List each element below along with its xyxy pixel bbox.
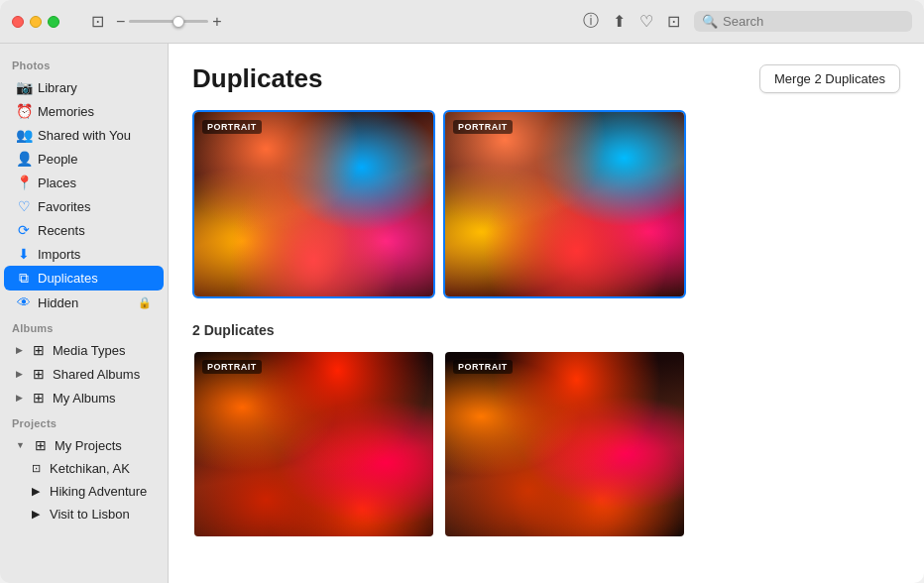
traffic-lights <box>12 16 59 28</box>
content-header: Duplicates Merge 2 Duplicates <box>192 63 900 94</box>
sidebar-item-recents[interactable]: ⟳ Recents <box>4 218 164 242</box>
maximize-button[interactable] <box>48 16 59 28</box>
sidebar-label-media-types: Media Types <box>53 343 125 358</box>
shared-albums-icon: ⊞ <box>31 366 47 382</box>
favorites-icon: ♡ <box>16 198 32 214</box>
sidebar-item-my-projects[interactable]: ▼ ⊞ My Projects <box>4 433 164 457</box>
photo-thumb-3[interactable]: PORTRAIT <box>192 350 435 538</box>
sidebar-item-places[interactable]: 📍 Places <box>4 171 164 194</box>
sidebar-label-hidden: Hidden <box>38 295 78 310</box>
close-button[interactable] <box>12 16 24 28</box>
sidebar-section-albums: Albums <box>0 314 168 338</box>
sidebar-item-ketchikan[interactable]: ⊡ Ketchikan, AK <box>4 457 164 480</box>
chevron-down-icon: ▼ <box>16 440 25 450</box>
toolbar-right: ⓘ ⬆ ♡ ⊡ 🔍 <box>583 11 912 32</box>
search-input[interactable] <box>723 14 904 29</box>
sidebar-item-shared-albums[interactable]: ▶ ⊞ Shared Albums <box>4 362 164 386</box>
sidebar-item-my-albums[interactable]: ▶ ⊞ My Albums <box>4 386 164 409</box>
page-title: Duplicates <box>192 63 323 94</box>
sidebar-label-recents: Recents <box>38 223 85 238</box>
chevron-right-icon-2: ▶ <box>16 369 23 379</box>
photo-image-1 <box>194 112 433 296</box>
sidebar-item-media-types[interactable]: ▶ ⊞ Media Types <box>4 338 164 362</box>
sidebar-label-imports: Imports <box>38 247 80 262</box>
share-icon[interactable]: ⬆ <box>613 12 626 31</box>
photo-thumb-4[interactable]: PORTRAIT <box>443 350 686 538</box>
hiking-icon: ▶ <box>28 485 44 498</box>
sidebar-label-places: Places <box>38 175 76 190</box>
sidebar-section-projects: Projects <box>0 409 168 433</box>
sidebar-label-people: People <box>38 152 77 167</box>
photo-group-1: PORTRAIT PORTRAIT <box>192 110 900 298</box>
sidebar-label-memories: Memories <box>38 104 94 119</box>
imports-icon: ⬇ <box>16 246 32 262</box>
search-bar[interactable]: 🔍 <box>694 11 912 32</box>
slideshow-icon[interactable]: ⊡ <box>91 12 104 31</box>
content-area: Duplicates Merge 2 Duplicates PORTRAIT P… <box>169 44 924 583</box>
photo-thumb-2[interactable]: PORTRAIT <box>443 110 686 298</box>
media-types-icon: ⊞ <box>31 342 47 358</box>
chevron-right-icon-3: ▶ <box>16 393 23 403</box>
shared-with-you-icon: 👥 <box>16 127 32 143</box>
sidebar-label-my-albums: My Albums <box>53 391 116 406</box>
places-icon: 📍 <box>16 175 32 190</box>
sidebar: Photos 📷 Library ⏰ Memories 👥 Shared wit… <box>0 44 169 583</box>
lock-icon: 🔒 <box>138 296 152 309</box>
ketchikan-icon: ⊡ <box>28 462 44 475</box>
photo-group-label: 2 Duplicates <box>192 322 900 338</box>
sidebar-label-my-projects: My Projects <box>55 438 122 453</box>
sidebar-item-hidden[interactable]: 👁 Hidden 🔒 <box>4 291 164 314</box>
sidebar-item-library[interactable]: 📷 Library <box>4 75 164 99</box>
main-layout: Photos 📷 Library ⏰ Memories 👥 Shared wit… <box>0 44 924 583</box>
sidebar-item-imports[interactable]: ⬇ Imports <box>4 242 164 266</box>
photo-group-2: 2 Duplicates PORTRAIT PORTRAIT <box>192 322 900 538</box>
portrait-badge-4: PORTRAIT <box>453 360 513 374</box>
portrait-badge-3: PORTRAIT <box>202 360 262 374</box>
sidebar-section-photos: Photos <box>0 52 168 75</box>
zoom-slider-container: − + <box>116 13 222 31</box>
crop-icon[interactable]: ⊡ <box>667 12 680 31</box>
merge-duplicates-button[interactable]: Merge 2 Duplicates <box>759 64 900 93</box>
duplicates-icon: ⧉ <box>16 270 32 287</box>
favorite-icon[interactable]: ♡ <box>639 12 653 31</box>
photo-row-1: PORTRAIT PORTRAIT <box>192 110 900 298</box>
my-albums-icon: ⊞ <box>31 390 47 406</box>
library-icon: 📷 <box>16 79 32 95</box>
sidebar-label-library: Library <box>38 80 77 95</box>
portrait-badge-1: PORTRAIT <box>202 120 262 134</box>
zoom-slider-thumb[interactable] <box>173 16 184 28</box>
zoom-minus-icon[interactable]: − <box>116 13 125 31</box>
sidebar-item-duplicates[interactable]: ⧉ Duplicates <box>4 266 164 291</box>
sidebar-item-shared-with-you[interactable]: 👥 Shared with You <box>4 123 164 147</box>
photo-thumb-1[interactable]: PORTRAIT <box>192 110 435 298</box>
photo-image-3 <box>194 352 433 536</box>
zoom-plus-icon[interactable]: + <box>212 13 221 31</box>
zoom-slider-track[interactable] <box>129 20 208 23</box>
recents-icon: ⟳ <box>16 222 32 238</box>
photo-image-4 <box>445 352 684 536</box>
title-bar: ⊡ − + ⓘ ⬆ ♡ ⊡ 🔍 <box>0 0 924 44</box>
sidebar-item-hiking-adventure[interactable]: ▶ Hiking Adventure <box>4 480 164 503</box>
sidebar-item-visit-to-lisbon[interactable]: ▶ Visit to Lisbon <box>4 503 164 525</box>
sidebar-label-ketchikan: Ketchikan, AK <box>50 461 130 476</box>
sidebar-label-visit-to-lisbon: Visit to Lisbon <box>50 507 130 522</box>
minimize-button[interactable] <box>30 16 42 28</box>
photo-row-2: PORTRAIT PORTRAIT <box>192 350 900 538</box>
sidebar-item-favorites[interactable]: ♡ Favorites <box>4 194 164 218</box>
people-icon: 👤 <box>16 151 32 167</box>
photo-image-2 <box>445 112 684 296</box>
sidebar-label-shared-with-you: Shared with You <box>38 128 131 143</box>
sidebar-label-hiking-adventure: Hiking Adventure <box>50 484 147 499</box>
hidden-icon: 👁 <box>16 294 32 310</box>
info-icon[interactable]: ⓘ <box>583 11 599 32</box>
toolbar-center: ⊡ − + <box>91 12 222 31</box>
search-icon: 🔍 <box>702 14 718 29</box>
portrait-badge-2: PORTRAIT <box>453 120 513 134</box>
sidebar-label-shared-albums: Shared Albums <box>53 367 140 382</box>
memories-icon: ⏰ <box>16 103 32 119</box>
sidebar-item-people[interactable]: 👤 People <box>4 147 164 171</box>
sidebar-label-duplicates: Duplicates <box>38 271 98 286</box>
lisbon-icon: ▶ <box>28 508 44 521</box>
sidebar-item-memories[interactable]: ⏰ Memories <box>4 99 164 123</box>
my-projects-icon: ⊞ <box>33 437 49 453</box>
